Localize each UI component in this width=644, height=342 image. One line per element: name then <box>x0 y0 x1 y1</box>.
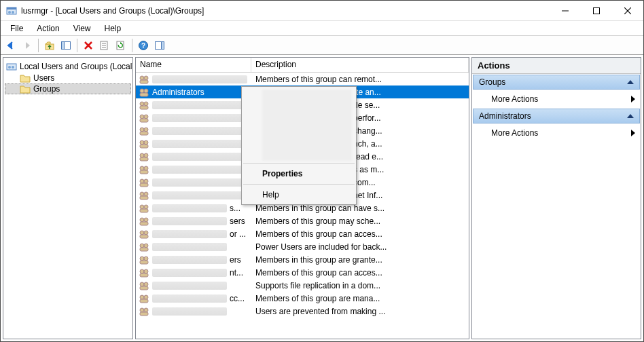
svg-point-32 <box>140 115 144 119</box>
close-button[interactable] <box>612 1 643 21</box>
show-hide-action-pane-button[interactable] <box>152 38 167 53</box>
group-icon <box>139 100 149 110</box>
svg-rect-1 <box>7 7 16 10</box>
list-header: Name Description <box>136 58 469 73</box>
list-row[interactable]: cc...Members of this group are mana... <box>136 292 469 305</box>
window-title: lusrmgr - [Local Users and Groups (Local… <box>21 6 550 16</box>
context-menu-separator <box>243 163 355 164</box>
svg-point-56 <box>140 218 144 222</box>
list-row[interactable]: Power Users are included for back... <box>136 240 469 253</box>
tree-groups[interactable]: Groups <box>5 83 131 94</box>
actions-more-administrators[interactable]: More Actions <box>472 124 641 142</box>
svg-point-60 <box>144 231 148 235</box>
actions-more-groups[interactable]: More Actions <box>472 90 641 108</box>
toolbar: ? <box>1 36 643 55</box>
svg-text:?: ? <box>141 42 145 50</box>
svg-point-77 <box>140 308 144 312</box>
cell-name: or ... <box>136 229 251 239</box>
svg-point-30 <box>144 102 148 106</box>
cell-name <box>136 281 251 290</box>
column-description[interactable]: Description <box>251 58 469 72</box>
svg-rect-5 <box>594 7 600 14</box>
help-button[interactable]: ? <box>136 38 151 53</box>
tree-root[interactable]: Local Users and Groups (Local) <box>5 60 131 73</box>
menu-file[interactable]: File <box>3 22 30 35</box>
svg-point-24 <box>144 76 148 80</box>
list-row[interactable]: Members of this group can remot... <box>136 73 469 86</box>
back-button[interactable] <box>3 38 18 53</box>
context-menu-separator <box>243 184 355 185</box>
list-row[interactable]: Users are prevented from making ... <box>136 305 469 318</box>
group-icon <box>139 126 149 136</box>
up-button[interactable] <box>42 38 57 53</box>
tree-users-label: Users <box>33 73 54 83</box>
tree-users[interactable]: Users <box>5 73 131 83</box>
list-row[interactable]: ersMembers in this group are grante... <box>136 253 469 266</box>
content-area: Local Users and Groups (Local) Users Gro… <box>3 57 641 339</box>
cell-description: Users are prevented from making ... <box>251 307 469 316</box>
svg-point-66 <box>144 256 148 261</box>
title-bar: lusrmgr - [Local Users and Groups (Local… <box>1 1 643 21</box>
group-icon <box>139 229 149 239</box>
snapin-icon <box>6 61 17 72</box>
row-name-redacted <box>152 75 247 83</box>
group-icon <box>139 113 149 123</box>
svg-rect-61 <box>140 235 148 238</box>
submenu-icon <box>631 96 635 102</box>
properties-button[interactable] <box>97 38 112 53</box>
delete-button[interactable] <box>81 38 96 53</box>
menu-bar: File Action View Help <box>1 21 643 36</box>
column-name[interactable]: Name <box>136 58 251 72</box>
refresh-button[interactable] <box>113 38 128 53</box>
svg-point-36 <box>144 128 148 132</box>
list-row[interactable]: Supports file replication in a dom... <box>136 279 469 292</box>
list-row[interactable]: or ...Members of this group can acces... <box>136 227 469 240</box>
menu-help[interactable]: Help <box>98 22 128 35</box>
forward-button[interactable] <box>20 38 35 53</box>
group-icon <box>139 294 149 303</box>
svg-point-71 <box>140 282 144 286</box>
list-row[interactable]: nt...Members of this group can acces... <box>136 266 469 279</box>
group-icon <box>139 255 149 265</box>
svg-point-27 <box>144 89 148 93</box>
svg-point-51 <box>144 192 148 196</box>
tree-pane: Local Users and Groups (Local) Users Gro… <box>3 57 133 339</box>
nav-tree[interactable]: Local Users and Groups (Local) Users Gro… <box>3 58 132 97</box>
context-menu: Properties Help <box>241 86 357 205</box>
svg-rect-31 <box>140 106 148 109</box>
group-icon <box>139 242 149 252</box>
row-name-redacted <box>152 256 227 264</box>
svg-rect-76 <box>140 299 148 303</box>
context-menu-help[interactable]: Help <box>242 187 356 203</box>
cell-name <box>136 113 251 123</box>
menu-view[interactable]: View <box>67 22 98 35</box>
collapse-icon <box>627 114 634 118</box>
group-icon <box>139 75 149 84</box>
svg-point-47 <box>140 179 144 183</box>
svg-point-29 <box>140 102 144 106</box>
cell-description: Members in this group are grante... <box>251 255 469 265</box>
toolbar-separator <box>77 39 77 52</box>
row-name-tail: sers <box>230 216 245 226</box>
menu-action[interactable]: Action <box>30 22 66 35</box>
row-name-redacted <box>152 217 227 225</box>
group-icon <box>139 178 149 187</box>
svg-rect-73 <box>140 286 148 290</box>
context-menu-hidden-items <box>262 90 352 161</box>
svg-point-59 <box>140 231 144 235</box>
row-name-tail: nt... <box>230 268 243 278</box>
svg-point-45 <box>144 166 148 170</box>
list-pane: Name Description Members of this group c… <box>135 57 469 339</box>
context-menu-properties[interactable]: Properties <box>242 166 356 182</box>
actions-section-groups[interactable]: Groups <box>473 75 640 90</box>
show-hide-tree-button[interactable] <box>58 38 73 53</box>
minimize-button[interactable] <box>550 1 581 21</box>
group-icon <box>139 204 149 213</box>
svg-point-69 <box>144 269 148 273</box>
list-row[interactable]: sersMembers of this group may sche... <box>136 214 469 227</box>
row-name-redacted <box>152 114 247 122</box>
group-icon <box>139 139 149 149</box>
maximize-button[interactable] <box>581 1 612 21</box>
actions-section-administrators[interactable]: Administrators <box>473 109 640 124</box>
svg-point-48 <box>144 179 148 183</box>
